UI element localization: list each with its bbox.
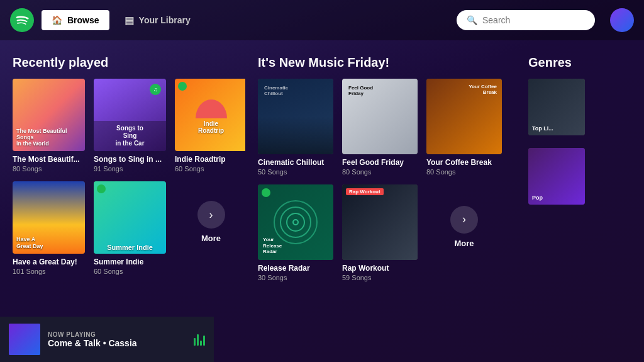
new-music-1-label: Cinematic Chillout [258,158,333,167]
card-1-sub: 80 Songs [13,165,85,173]
home-icon: 🏠 [52,15,62,25]
now-playing-artwork [9,324,40,355]
user-avatar[interactable] [610,8,634,32]
new-music-4-sub: 30 Songs [258,274,333,281]
recently-played-section: Recently played The Most Beautiful Songs… [0,55,245,317]
card-1-label: The Most Beautif... [13,155,85,164]
new-music-card-4[interactable]: YourReleaseRadar Release Radar 30 Songs [258,184,333,281]
new-music-section: It's New Music Friday! CinematicChillout… [245,55,516,317]
new-music-5-label: Rap Workout [342,264,418,273]
card-thumb-1: The Most Beautiful Songsin the World [13,79,85,151]
more-circle-icon: › [197,201,225,229]
new-music-thumb-3: Your CoffeeBreak [426,79,502,154]
genre-thumb-2: Pop [528,148,585,205]
main-content: Recently played The Most Beautiful Songs… [0,40,644,317]
browse-button[interactable]: 🏠 Browse [42,10,109,30]
genre-grid: Top Li... Pop [528,79,644,208]
recently-played-title: Recently played [13,55,233,70]
new-music-3-label: Your Coffee Break [426,158,502,167]
new-music-more-button[interactable]: › More [426,206,502,248]
card-3-sub: 60 Songs [175,165,245,173]
search-bar[interactable]: 🔍 [457,10,595,30]
genre-card-2[interactable]: Pop [528,148,644,208]
spotify-logo[interactable] [10,8,34,32]
new-music-5-sub: 59 Songs [342,274,418,281]
search-input[interactable] [482,15,585,25]
recently-played-card-5[interactable]: Summer Indie Summer Indie 60 Songs [94,181,166,275]
bar-3 [200,341,202,346]
library-label: Your Library [139,15,191,25]
bar-4 [203,336,205,346]
card-4-label: Have a Great Day! [13,257,85,266]
bar-1 [194,338,196,346]
card-2-label: Songs to Sing in ... [94,155,166,164]
genre-thumb-1: Top Li... [528,79,585,135]
now-playing-visualizer [194,333,205,346]
new-music-title: It's New Music Friday! [258,55,503,70]
new-music-card-1[interactable]: CinematicChillout Cinematic Chillout 50 … [258,79,333,176]
library-button[interactable]: ▤ Your Library [114,9,201,31]
now-playing-label: NOW PLAYING [48,331,186,338]
card-5-sub: 60 Songs [94,268,166,275]
more-circle-icon-2: › [450,206,478,234]
now-playing-bar: NOW PLAYING Come & Talk • Cassia [0,317,214,362]
new-music-grid: CinematicChillout Cinematic Chillout 50 … [258,79,503,281]
more-label-2: More [454,239,474,248]
recently-played-card-3[interactable]: IndieRoadtrip Indie Roadtrip 60 Songs [175,79,245,173]
new-music-1-sub: 50 Songs [258,168,333,176]
now-playing-title: Come & Talk • Cassia [48,338,186,348]
card-4-sub: 101 Songs [13,268,85,275]
new-music-4-label: Release Radar [258,264,333,273]
new-music-card-2[interactable]: Feel GoodFriday Feel Good Friday 80 Song… [342,79,418,176]
new-music-2-label: Feel Good Friday [342,158,418,167]
more-label: More [201,234,221,243]
card-thumb-2: ♫ Songs toSingin the Car [94,79,166,151]
browse-label: Browse [67,15,99,25]
new-music-card-3[interactable]: Your CoffeeBreak Your Coffee Break 80 So… [426,79,502,176]
new-music-card-5[interactable]: Rap Workout Rap Workout 59 Songs [342,184,418,281]
new-music-thumb-1: CinematicChillout [258,79,333,154]
spotify-logo-icon [10,8,34,32]
recently-played-more-button[interactable]: › More [175,201,245,243]
navbar: 🏠 Browse ▤ Your Library 🔍 [0,0,644,40]
recently-played-grid: The Most Beautiful Songsin the World The… [13,79,233,275]
search-icon: 🔍 [467,15,477,25]
genre-card-1[interactable]: Top Li... [528,79,644,139]
genres-title: Genres [528,55,644,70]
bar-2 [197,334,199,346]
recently-played-card-2[interactable]: ♫ Songs toSingin the Car Songs to Sing i… [94,79,166,173]
genres-section: Genres Top Li... Pop [516,55,644,317]
new-music-thumb-4: YourReleaseRadar [258,184,333,260]
now-playing-info: NOW PLAYING Come & Talk • Cassia [48,331,186,348]
card-thumb-4: Have AGreat Day [13,181,85,254]
recently-played-card-1[interactable]: The Most Beautiful Songsin the World The… [13,79,85,173]
card-5-label: Summer Indie [94,257,166,266]
new-music-thumb-5: Rap Workout [342,184,418,260]
new-music-2-sub: 80 Songs [342,168,418,176]
card-thumb-5: Summer Indie [94,181,166,254]
new-music-3-sub: 80 Songs [426,168,502,176]
recently-played-card-4[interactable]: Have AGreat Day Have a Great Day! 101 So… [13,181,85,275]
card-2-sub: 91 Songs [94,165,166,173]
card-3-label: Indie Roadtrip [175,155,245,164]
library-icon: ▤ [125,14,134,26]
card-thumb-3: IndieRoadtrip [175,79,245,151]
new-music-thumb-2: Feel GoodFriday [342,79,418,154]
